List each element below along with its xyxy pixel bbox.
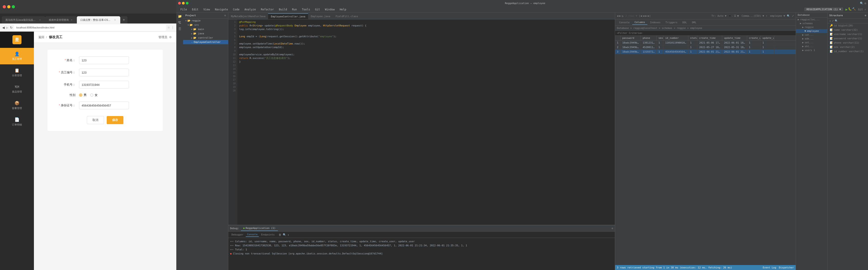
db-back-btn[interactable]: ◀ (617, 14, 618, 18)
tab2-close[interactable]: × (70, 18, 73, 22)
tab-employeecontroller[interactable]: EmployeeController.java (268, 13, 308, 19)
reload-btn[interactable]: ↻ (10, 26, 13, 29)
menu-navigate[interactable]: Navigate (213, 7, 230, 12)
star-btn[interactable]: ☆ (167, 26, 170, 29)
run-btn[interactable]: ▶ (845, 7, 848, 11)
db-refresh-btn[interactable]: ↻ (622, 14, 623, 18)
filetree-main[interactable]: ▼ 📂 main (183, 27, 228, 31)
database-icon[interactable]: 🗄 (178, 27, 181, 31)
db-next-btn[interactable]: ▶ (645, 14, 647, 18)
db-last-btn[interactable]: ▶| (648, 14, 651, 18)
address-bar[interactable]: localhost:8080/backend/index.html (14, 24, 166, 31)
db-forward-btn[interactable]: ▶ (619, 14, 621, 18)
db-col-password[interactable]: password (620, 36, 641, 40)
new-tab-btn[interactable]: + (120, 16, 127, 24)
ide-search-btn[interactable]: 🔍 (860, 2, 864, 5)
endpoints-tab[interactable]: Endpoints (260, 233, 276, 237)
debug-filter-btn[interactable]: 🔍 (283, 233, 286, 236)
forward-btn[interactable]: ▶ (6, 26, 8, 29)
window-minimize-btn[interactable] (7, 5, 10, 8)
sidebar-item-dish[interactable]: 🍽 菜品管理 (0, 81, 34, 97)
db-tab-ddl[interactable]: DDL (680, 20, 689, 25)
db-tab-columns[interactable]: Columns (632, 20, 647, 25)
db-prev-btn[interactable]: ◀ (643, 14, 645, 18)
struct-expand-btn[interactable]: ⤢ (832, 20, 834, 22)
build-btn[interactable]: 🔨 (852, 7, 856, 11)
debugger-tab[interactable]: Debugger (230, 233, 245, 237)
db-filter2-btn[interactable]: ▼ (737, 14, 739, 18)
debug-tab-reggieapp[interactable]: ● ReggeApplication (1) (241, 226, 278, 231)
menu-code[interactable]: Code (231, 7, 242, 12)
sex-female-radio[interactable] (90, 94, 93, 97)
db-tab-console[interactable]: Console (617, 20, 632, 25)
sex-male-option[interactable]: 男 (79, 93, 87, 97)
sidebar-item-order[interactable]: 📄 订单明细 (0, 113, 34, 130)
employee-id-input[interactable] (79, 69, 129, 76)
settings-icon[interactable]: ⚙ (169, 35, 172, 39)
window-maximize-btn[interactable] (12, 5, 15, 8)
menu-tools[interactable]: Tools (300, 7, 312, 12)
db-row-2[interactable]: 2 10adc3949ba59abbe56e057f20f883e 452801… (615, 45, 796, 50)
tab-fieldfill[interactable]: FieldFill.class (333, 13, 361, 19)
debug-clear-btn[interactable]: 🗑 (279, 233, 281, 236)
struct-item-username[interactable]: 📝 username varchar(1) (828, 32, 868, 36)
project-selector[interactable]: REGGIEAPPLICATION (1) ▼ (804, 7, 843, 11)
sex-male-radio[interactable] (79, 94, 82, 97)
menu-edit[interactable]: Edit (190, 7, 201, 12)
debug-btn[interactable]: 🐛 (848, 7, 852, 11)
sidebar-item-combo[interactable]: 📦 套餐管理 (0, 97, 34, 113)
db-col-createuser[interactable]: create_user (747, 36, 761, 40)
menu-run[interactable]: Run (290, 7, 299, 12)
db-filter[interactable]: <Filter Criteria> (615, 31, 796, 36)
event-log-btn[interactable]: Event Log (763, 266, 776, 269)
filetree-employee-controller[interactable]: ☕ EmployeeController (183, 40, 228, 44)
filetree-src[interactable]: ▼ 📂 src (183, 23, 228, 27)
save-button[interactable]: 保存 (107, 116, 123, 124)
structure-settings-btn[interactable]: ⚙ (865, 14, 866, 17)
db-col-idnumber[interactable]: id_number (663, 36, 688, 40)
db-col-createtime[interactable]: create_time (698, 36, 722, 40)
tab-mymetahandler[interactable]: MyMetaObjectHandlerJava (228, 13, 268, 19)
filetree-controller[interactable]: ▶ 📂 controller (183, 36, 228, 40)
db-expand-btn[interactable]: ⤢ (792, 14, 794, 18)
ide-settings-btn[interactable]: ⚙ (864, 2, 866, 5)
db-row-3[interactable]: 3 10adc3949ba59abbe56e057f20f883e 131937… (615, 50, 796, 54)
db-delete-btn[interactable]: - (732, 14, 733, 18)
db-col-updatetime[interactable]: update_time (722, 36, 747, 40)
db-col-updateuser[interactable]: update_user (761, 36, 774, 40)
db-col-btn[interactable]: ☰ (734, 14, 736, 18)
menu-analyze[interactable]: Analyze (242, 7, 258, 12)
phone-input[interactable] (79, 81, 129, 89)
id-card-input[interactable] (79, 102, 129, 109)
db-export-btn[interactable]: ↑ (766, 14, 767, 18)
tab3-close[interactable]: × (114, 18, 117, 22)
struct-filter-btn[interactable]: 🔍 (835, 20, 838, 22)
db-col-phone[interactable]: phone (641, 36, 657, 40)
menu-help[interactable]: Help (338, 7, 348, 12)
db-tree-users[interactable]: ▶users 1 (796, 48, 827, 52)
tab1-close[interactable]: × (38, 18, 41, 22)
struct-item-password[interactable]: 📝 password varchar(1) (828, 36, 868, 41)
project-tree-icon[interactable]: 📁 (178, 14, 182, 18)
db-add-btn[interactable]: + (729, 14, 731, 18)
struct-sort-btn[interactable]: ↕ (829, 20, 831, 22)
db-col-status[interactable]: status (688, 36, 698, 40)
struct-item-id[interactable]: 🔑 id bigint(20) (828, 24, 868, 28)
dispatcher-btn[interactable]: Dispatcher (779, 266, 794, 269)
ide-maximize-btn[interactable] (186, 2, 188, 4)
name-input[interactable] (79, 57, 129, 64)
db-tab-dml[interactable]: DML (690, 20, 699, 25)
db-tree-reggie[interactable]: ▶reggie(loc... (796, 18, 827, 22)
debug-settings-btn[interactable]: ⚙ (612, 227, 613, 230)
db-tree-adm[interactable]: ▶adm... (796, 37, 827, 41)
menu-btn[interactable]: ⋮ (171, 26, 174, 29)
filetree-java[interactable]: ▶ 📂 java (183, 31, 228, 36)
sidebar-item-category[interactable]: 📋 分类管理 (0, 64, 34, 81)
sidebar-item-employee[interactable]: 👤 员工管理 (0, 48, 34, 64)
debug-scroll-btn[interactable]: ↕ (287, 233, 289, 236)
db-tree-cat[interactable]: ▶cat... (796, 33, 827, 37)
db-tree-reggie2[interactable]: ▶reggie (796, 25, 827, 29)
db-row-1[interactable]: 1 10adc3949ba59abbe56e057f20f883e 138123… (615, 41, 796, 45)
db-tree-schemas[interactable]: ▶schemas (796, 22, 827, 25)
back-link[interactable]: 返回 (38, 35, 44, 39)
